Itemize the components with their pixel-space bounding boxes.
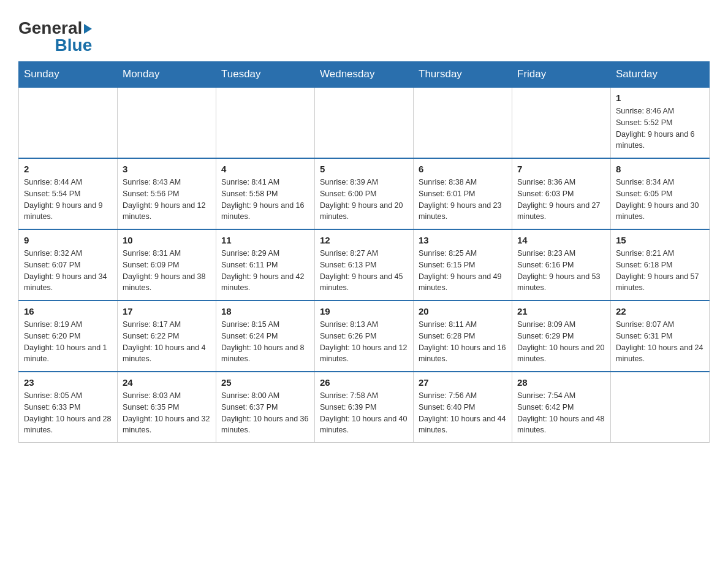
day-number: 6 bbox=[419, 164, 507, 174]
calendar-week-row: 2Sunrise: 8:44 AM Sunset: 5:54 PM Daylig… bbox=[19, 158, 710, 229]
calendar-week-row: 23Sunrise: 8:05 AM Sunset: 6:33 PM Dayli… bbox=[19, 372, 710, 443]
calendar-cell bbox=[414, 87, 512, 158]
day-info: Sunrise: 8:15 AM Sunset: 6:24 PM Dayligh… bbox=[221, 319, 309, 365]
calendar-table: SundayMondayTuesdayWednesdayThursdayFrid… bbox=[18, 61, 710, 443]
day-number: 5 bbox=[320, 164, 408, 174]
day-number: 4 bbox=[221, 164, 309, 174]
calendar-header-tuesday: Tuesday bbox=[216, 62, 315, 88]
day-info: Sunrise: 8:44 AM Sunset: 5:54 PM Dayligh… bbox=[24, 177, 112, 223]
day-info: Sunrise: 8:34 AM Sunset: 6:05 PM Dayligh… bbox=[616, 177, 704, 223]
calendar-cell: 16Sunrise: 8:19 AM Sunset: 6:20 PM Dayli… bbox=[19, 301, 118, 372]
day-info: Sunrise: 8:17 AM Sunset: 6:22 PM Dayligh… bbox=[123, 319, 211, 365]
day-info: Sunrise: 8:11 AM Sunset: 6:28 PM Dayligh… bbox=[419, 319, 507, 365]
day-info: Sunrise: 8:31 AM Sunset: 6:09 PM Dayligh… bbox=[123, 248, 211, 294]
calendar-cell bbox=[611, 372, 710, 443]
calendar-header-row: SundayMondayTuesdayWednesdayThursdayFrid… bbox=[19, 62, 710, 88]
day-info: Sunrise: 8:46 AM Sunset: 5:52 PM Dayligh… bbox=[616, 105, 704, 151]
calendar-week-row: 9Sunrise: 8:32 AM Sunset: 6:07 PM Daylig… bbox=[19, 229, 710, 301]
day-info: Sunrise: 8:05 AM Sunset: 6:33 PM Dayligh… bbox=[24, 390, 112, 436]
calendar-cell: 20Sunrise: 8:11 AM Sunset: 6:28 PM Dayli… bbox=[414, 301, 512, 372]
calendar-cell: 4Sunrise: 8:41 AM Sunset: 5:58 PM Daylig… bbox=[216, 158, 315, 229]
day-number: 10 bbox=[123, 235, 211, 245]
day-info: Sunrise: 8:41 AM Sunset: 5:58 PM Dayligh… bbox=[221, 177, 309, 223]
calendar-week-row: 16Sunrise: 8:19 AM Sunset: 6:20 PM Dayli… bbox=[19, 301, 710, 372]
day-info: Sunrise: 7:54 AM Sunset: 6:42 PM Dayligh… bbox=[517, 390, 605, 436]
day-info: Sunrise: 7:56 AM Sunset: 6:40 PM Dayligh… bbox=[419, 390, 507, 436]
calendar-cell: 22Sunrise: 8:07 AM Sunset: 6:31 PM Dayli… bbox=[611, 301, 710, 372]
logo-icon: General Blue bbox=[18, 18, 92, 55]
calendar-header-saturday: Saturday bbox=[611, 62, 710, 88]
day-number: 24 bbox=[123, 377, 211, 388]
calendar-cell bbox=[315, 87, 414, 158]
calendar-cell: 26Sunrise: 7:58 AM Sunset: 6:39 PM Dayli… bbox=[315, 372, 414, 443]
day-number: 8 bbox=[616, 164, 704, 174]
calendar-cell: 19Sunrise: 8:13 AM Sunset: 6:26 PM Dayli… bbox=[315, 301, 414, 372]
day-number: 3 bbox=[123, 164, 211, 174]
day-number: 7 bbox=[517, 164, 605, 174]
calendar-cell bbox=[118, 87, 216, 158]
calendar-cell: 2Sunrise: 8:44 AM Sunset: 5:54 PM Daylig… bbox=[19, 158, 118, 229]
calendar-cell: 24Sunrise: 8:03 AM Sunset: 6:35 PM Dayli… bbox=[118, 372, 216, 443]
day-number: 16 bbox=[24, 306, 112, 316]
calendar-cell bbox=[512, 87, 611, 158]
calendar-cell: 15Sunrise: 8:21 AM Sunset: 6:18 PM Dayli… bbox=[611, 229, 710, 301]
calendar-cell bbox=[216, 87, 315, 158]
day-number: 28 bbox=[517, 377, 605, 388]
day-info: Sunrise: 8:00 AM Sunset: 6:37 PM Dayligh… bbox=[221, 390, 309, 436]
day-info: Sunrise: 8:07 AM Sunset: 6:31 PM Dayligh… bbox=[616, 319, 704, 365]
calendar-cell: 9Sunrise: 8:32 AM Sunset: 6:07 PM Daylig… bbox=[19, 229, 118, 301]
calendar-cell: 7Sunrise: 8:36 AM Sunset: 6:03 PM Daylig… bbox=[512, 158, 611, 229]
day-number: 21 bbox=[517, 306, 605, 316]
day-number: 26 bbox=[320, 377, 408, 388]
calendar-cell: 18Sunrise: 8:15 AM Sunset: 6:24 PM Dayli… bbox=[216, 301, 315, 372]
calendar-week-row: 1Sunrise: 8:46 AM Sunset: 5:52 PM Daylig… bbox=[19, 87, 710, 158]
day-info: Sunrise: 8:27 AM Sunset: 6:13 PM Dayligh… bbox=[320, 248, 408, 294]
day-number: 2 bbox=[24, 164, 112, 174]
day-info: Sunrise: 8:03 AM Sunset: 6:35 PM Dayligh… bbox=[123, 390, 211, 436]
calendar-cell: 3Sunrise: 8:43 AM Sunset: 5:56 PM Daylig… bbox=[118, 158, 216, 229]
calendar-cell bbox=[19, 87, 118, 158]
day-number: 14 bbox=[517, 235, 605, 245]
calendar-cell: 17Sunrise: 8:17 AM Sunset: 6:22 PM Dayli… bbox=[118, 301, 216, 372]
day-number: 1 bbox=[616, 93, 704, 103]
day-info: Sunrise: 8:25 AM Sunset: 6:15 PM Dayligh… bbox=[419, 248, 507, 294]
calendar-cell: 1Sunrise: 8:46 AM Sunset: 5:52 PM Daylig… bbox=[611, 87, 710, 158]
logo-blue-text: Blue bbox=[55, 36, 93, 55]
calendar-header-sunday: Sunday bbox=[19, 62, 118, 88]
day-info: Sunrise: 8:29 AM Sunset: 6:11 PM Dayligh… bbox=[221, 248, 309, 294]
calendar-cell: 8Sunrise: 8:34 AM Sunset: 6:05 PM Daylig… bbox=[611, 158, 710, 229]
day-info: Sunrise: 7:58 AM Sunset: 6:39 PM Dayligh… bbox=[320, 390, 408, 436]
calendar-header-monday: Monday bbox=[118, 62, 216, 88]
calendar-cell: 5Sunrise: 8:39 AM Sunset: 6:00 PM Daylig… bbox=[315, 158, 414, 229]
calendar-cell: 21Sunrise: 8:09 AM Sunset: 6:29 PM Dayli… bbox=[512, 301, 611, 372]
day-info: Sunrise: 8:09 AM Sunset: 6:29 PM Dayligh… bbox=[517, 319, 605, 365]
day-info: Sunrise: 8:23 AM Sunset: 6:16 PM Dayligh… bbox=[517, 248, 605, 294]
day-number: 11 bbox=[221, 235, 309, 245]
day-number: 12 bbox=[320, 235, 408, 245]
calendar-cell: 27Sunrise: 7:56 AM Sunset: 6:40 PM Dayli… bbox=[414, 372, 512, 443]
day-number: 13 bbox=[419, 235, 507, 245]
day-info: Sunrise: 8:36 AM Sunset: 6:03 PM Dayligh… bbox=[517, 177, 605, 223]
calendar-cell: 28Sunrise: 7:54 AM Sunset: 6:42 PM Dayli… bbox=[512, 372, 611, 443]
day-info: Sunrise: 8:38 AM Sunset: 6:01 PM Dayligh… bbox=[419, 177, 507, 223]
calendar-cell: 13Sunrise: 8:25 AM Sunset: 6:15 PM Dayli… bbox=[414, 229, 512, 301]
calendar-cell: 6Sunrise: 8:38 AM Sunset: 6:01 PM Daylig… bbox=[414, 158, 512, 229]
day-number: 19 bbox=[320, 306, 408, 316]
calendar-cell: 12Sunrise: 8:27 AM Sunset: 6:13 PM Dayli… bbox=[315, 229, 414, 301]
day-number: 20 bbox=[419, 306, 507, 316]
page-header: General Blue bbox=[18, 12, 710, 55]
day-number: 23 bbox=[24, 377, 112, 388]
calendar-cell: 14Sunrise: 8:23 AM Sunset: 6:16 PM Dayli… bbox=[512, 229, 611, 301]
calendar-header-friday: Friday bbox=[512, 62, 611, 88]
calendar-header-wednesday: Wednesday bbox=[315, 62, 414, 88]
day-info: Sunrise: 8:39 AM Sunset: 6:00 PM Dayligh… bbox=[320, 177, 408, 223]
calendar-header-thursday: Thursday bbox=[414, 62, 512, 88]
calendar-cell: 11Sunrise: 8:29 AM Sunset: 6:11 PM Dayli… bbox=[216, 229, 315, 301]
day-number: 18 bbox=[221, 306, 309, 316]
day-number: 9 bbox=[24, 235, 112, 245]
day-number: 15 bbox=[616, 235, 704, 245]
day-info: Sunrise: 8:43 AM Sunset: 5:56 PM Dayligh… bbox=[123, 177, 211, 223]
day-info: Sunrise: 8:13 AM Sunset: 6:26 PM Dayligh… bbox=[320, 319, 408, 365]
day-number: 22 bbox=[616, 306, 704, 316]
day-info: Sunrise: 8:21 AM Sunset: 6:18 PM Dayligh… bbox=[616, 248, 704, 294]
